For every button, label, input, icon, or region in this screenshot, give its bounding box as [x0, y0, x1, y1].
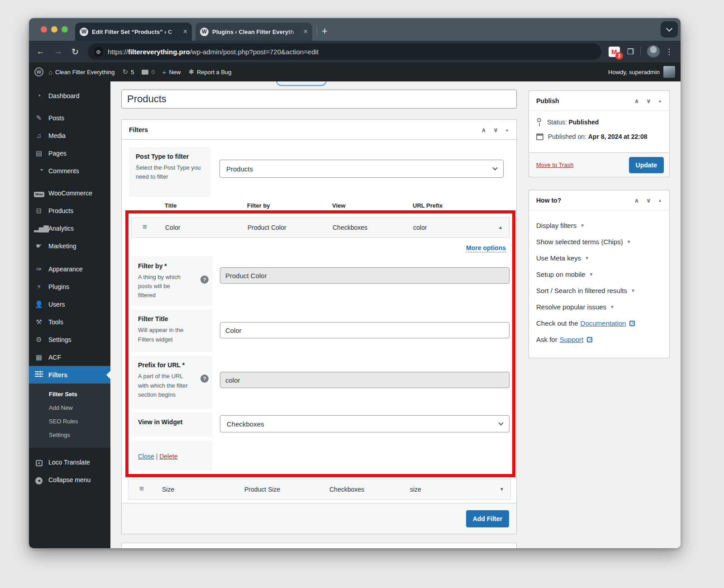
wordpress-logo-icon[interactable]: W: [34, 67, 43, 76]
move-down-icon[interactable]: ∨: [646, 197, 651, 204]
adminbar-site-name[interactable]: ⌂ Clean Filter Everything: [48, 68, 115, 76]
maximize-window-button[interactable]: [62, 26, 68, 33]
howto-item-meta-keys[interactable]: Use Meta keys▼: [536, 254, 662, 262]
more-options-link[interactable]: More options: [466, 244, 506, 252]
new-tab-button[interactable]: +: [322, 25, 328, 37]
adminbar-comments[interactable]: 0: [142, 69, 154, 76]
howto-item-sort-search[interactable]: Sort / Search in filtered results▼: [536, 287, 662, 294]
move-down-icon[interactable]: ∨: [646, 97, 651, 104]
post-type-label: Post Type to filter: [136, 153, 204, 160]
post-type-select[interactable]: Products: [219, 160, 504, 178]
howto-item-resolve-issues[interactable]: Resolve popular issues▼: [536, 303, 662, 311]
sidebar-item-posts[interactable]: ✎Posts: [29, 109, 110, 127]
drag-handle-icon[interactable]: ≡: [143, 223, 147, 232]
reload-button[interactable]: ↻: [71, 47, 79, 57]
sidebar-item-marketing[interactable]: ☛Marketing: [29, 237, 110, 255]
tab-search-button[interactable]: [661, 21, 678, 38]
extensions-icon[interactable]: ❒: [627, 47, 634, 57]
howto-documentation-row: Check out the Documentation ↗: [536, 319, 662, 327]
howto-item-setup-mobile[interactable]: Setup on mobile▼: [536, 270, 662, 278]
adminbar-report-bug[interactable]: ✱ Report a Bug: [188, 68, 231, 76]
sidebar-item-analytics[interactable]: ▂▅▇Analytics: [29, 219, 110, 237]
documentation-link[interactable]: Documentation: [581, 319, 626, 327]
close-link[interactable]: Close: [138, 453, 154, 460]
sidebar-item-filters[interactable]: Filters: [29, 366, 110, 384]
sidebar-item-pages[interactable]: ▤Pages: [29, 144, 110, 162]
filter-title-input[interactable]: [220, 322, 510, 338]
submenu-add-new[interactable]: Add New: [29, 401, 110, 415]
user-avatar[interactable]: [663, 66, 675, 78]
url-prefix-input[interactable]: [220, 372, 510, 388]
support-link[interactable]: Support: [560, 336, 584, 343]
gmail-badge: 3: [615, 52, 623, 60]
help-icon[interactable]: ?: [200, 275, 209, 284]
howto-item-show-chips[interactable]: Show selected terms (Chips)▼: [536, 238, 662, 246]
howto-header[interactable]: How to? ∧ ∨ ▲: [529, 190, 669, 210]
sidebar-item-woocommerce[interactable]: WooWooCommerce: [29, 184, 110, 202]
publish-header[interactable]: Publish ∧ ∨ ▲: [529, 91, 669, 111]
sidebar-item-media[interactable]: ♫Media: [29, 127, 110, 144]
submenu-settings[interactable]: Settings: [29, 428, 110, 442]
filter-by-input[interactable]: [220, 267, 510, 284]
post-title-input[interactable]: [121, 90, 517, 109]
move-up-icon[interactable]: ∧: [481, 126, 486, 133]
filters-icon: [34, 371, 44, 379]
close-tab-icon[interactable]: ×: [183, 28, 187, 36]
collapse-row-icon[interactable]: ▲: [498, 225, 503, 230]
row-view: Checkboxes: [329, 486, 364, 493]
publish-title: Publish: [536, 97, 559, 104]
close-tab-icon[interactable]: ×: [304, 28, 308, 36]
collapse-panel-icon[interactable]: ▲: [505, 128, 509, 132]
row-actions: Close | Delete: [131, 441, 510, 470]
submenu-filter-sets[interactable]: Filter Sets: [29, 388, 110, 401]
back-button[interactable]: ←: [36, 47, 45, 57]
new-label: New: [169, 69, 181, 76]
analytics-icon: ▂▅▇: [34, 224, 44, 232]
sidebar-item-acf[interactable]: ▦ACF: [29, 348, 110, 366]
adminbar-updates[interactable]: ↻ 5: [123, 68, 134, 76]
delete-link[interactable]: Delete: [159, 453, 177, 460]
sidebar-item-plugins[interactable]: ⚡Plugins: [29, 278, 110, 295]
collapse-panel-icon[interactable]: ▲: [658, 198, 662, 203]
filter-title-label: Filter Title: [138, 315, 206, 322]
sidebar-item-products[interactable]: ⊟Products: [29, 202, 110, 219]
filters-metabox-header[interactable]: Filters ∧ ∨ ▲: [122, 120, 516, 140]
howdy-label[interactable]: Howdy, superadmin: [608, 69, 660, 76]
tab-edit-filter-set[interactable]: W Edit Filter Set “Products” ‹ C ×: [75, 23, 192, 41]
browser-menu-icon[interactable]: ⋮: [665, 47, 673, 57]
view-in-widget-select[interactable]: Checkboxes: [220, 415, 510, 432]
sidebar-item-users[interactable]: 👤Users: [29, 295, 110, 313]
collapse-panel-icon[interactable]: ▲: [658, 99, 662, 103]
window-controls[interactable]: [41, 26, 68, 33]
submenu-seo-rules[interactable]: SEO Rules: [29, 415, 110, 428]
adminbar-new[interactable]: + New: [162, 68, 181, 76]
filter-row-color[interactable]: ≡ Color Product Color Checkboxes color ▲: [131, 217, 510, 238]
sidebar-item-appearance[interactable]: ✑Appearance: [29, 260, 110, 278]
sidebar-item-loco-translate[interactable]: ALoco Translate: [29, 453, 110, 471]
update-button[interactable]: Update: [629, 157, 664, 173]
sidebar-item-settings[interactable]: ⚙Settings: [29, 331, 110, 348]
move-up-icon[interactable]: ∧: [634, 97, 639, 104]
address-bar[interactable]: ⊕ https://filtereverything.pro/wp-admin/…: [88, 43, 601, 60]
move-to-trash-link[interactable]: Move to Trash: [536, 161, 573, 168]
expand-row-icon[interactable]: ▼: [500, 487, 504, 492]
sidebar-item-comments[interactable]: Comments: [29, 162, 110, 180]
site-info-icon[interactable]: ⊕: [94, 47, 103, 57]
close-window-button[interactable]: [41, 26, 47, 33]
forward-button[interactable]: →: [54, 47, 62, 57]
minimize-window-button[interactable]: [51, 26, 57, 33]
move-down-icon[interactable]: ∨: [493, 126, 498, 133]
howto-support-row: Ask for Support ↗: [536, 336, 662, 343]
add-filter-button[interactable]: Add Filter: [466, 510, 509, 527]
tab-plugins[interactable]: W Plugins ‹ Clean Filter Everyth ×: [195, 23, 312, 41]
browser-profile-avatar[interactable]: [647, 45, 660, 58]
move-up-icon[interactable]: ∧: [634, 197, 639, 204]
help-icon[interactable]: ?: [200, 375, 209, 383]
sidebar-item-collapse-menu[interactable]: ◀Collapse menu: [29, 471, 110, 488]
drag-handle-icon[interactable]: ≡: [139, 484, 144, 493]
gmail-extension-icon[interactable]: M 3: [609, 47, 620, 57]
howto-item-display-filters[interactable]: Display filters▼: [536, 222, 662, 229]
filter-row-size[interactable]: ≡ Size Product Size Checkboxes size ▼: [128, 479, 511, 500]
sidebar-item-tools[interactable]: ⚒Tools: [29, 313, 110, 331]
sidebar-item-dashboard[interactable]: ◔Dashboard: [29, 87, 110, 104]
